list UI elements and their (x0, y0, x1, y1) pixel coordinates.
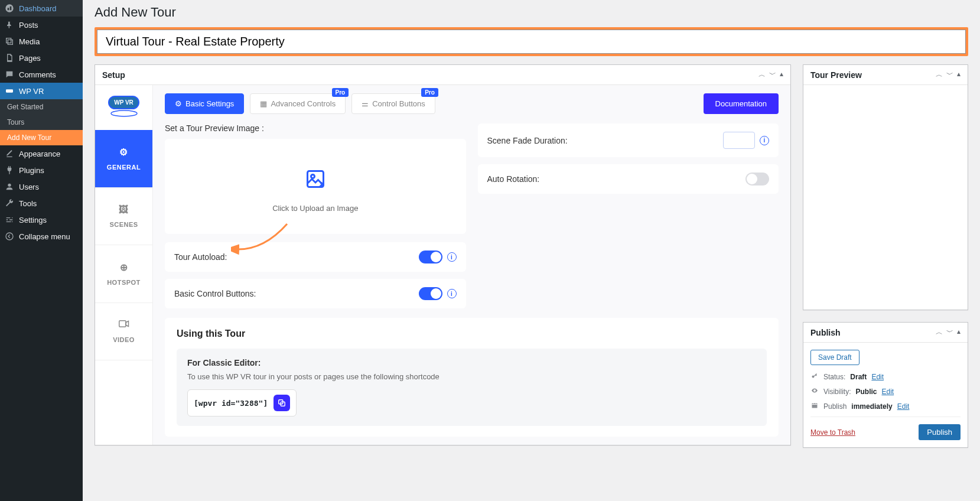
image-icon: 🖼 (119, 204, 129, 215)
sidebar-item-plugins[interactable]: Plugins (0, 162, 83, 178)
sidebar-item-dashboard[interactable]: Dashboard (0, 0, 83, 17)
sidebar-label: Users (19, 183, 39, 191)
collapse-icon (5, 232, 14, 241)
sidebar-label: Plugins (19, 166, 44, 175)
upload-preview-image[interactable]: Click to Upload an Image (165, 139, 466, 234)
info-icon[interactable]: i (760, 136, 769, 145)
sidebar-label: Collapse menu (19, 232, 70, 241)
sidebar-item-wpvr[interactable]: WP VR (0, 83, 83, 99)
vr-icon (5, 86, 14, 96)
sidebar-item-settings[interactable]: Settings (0, 212, 83, 228)
sidebar-item-media[interactable]: Media (0, 33, 83, 50)
shortcode-text: [wpvr id="3288"] (194, 399, 268, 408)
tour-preview-body (803, 85, 968, 310)
sidebar-label: Dashboard (19, 4, 57, 13)
sidebar-item-comments[interactable]: Comments (0, 66, 83, 83)
calendar-icon (810, 402, 819, 411)
gauge-icon (5, 4, 14, 13)
htab-control-buttons[interactable]: ⚌ Control Buttons Pro (351, 93, 435, 114)
sidebar-sub-tours[interactable]: Tours (0, 115, 83, 130)
sidebar-label: Appearance (19, 149, 60, 158)
sidebar-label: Posts (19, 21, 38, 30)
move-to-trash-link[interactable]: Move to Trash (810, 428, 855, 437)
panel-toggle-icon[interactable]: ▴ (957, 327, 961, 337)
htab-advanced-controls[interactable]: ▦ Advanced Controls Pro (250, 93, 346, 114)
panel-move-up-icon[interactable]: ︿ (936, 70, 943, 80)
video-icon (119, 320, 129, 330)
vtab-hotspot[interactable]: ⊕ HOTSPOT (95, 245, 152, 303)
htab-basic-settings[interactable]: ⚙ Basic Settings (165, 93, 244, 114)
comments-icon (5, 70, 14, 79)
brush-icon (5, 149, 14, 158)
sidebar-label: Settings (19, 216, 47, 225)
panel-move-down-icon[interactable]: ﹀ (946, 70, 953, 80)
sidebar-item-posts[interactable]: Posts (0, 17, 83, 33)
edit-publish-time-link[interactable]: Edit (897, 402, 910, 411)
publish-time-label: Publish (823, 402, 846, 411)
wrench-icon (5, 199, 14, 208)
using-tour-title: Using this Tour (177, 328, 767, 339)
sliders-icon: ⚌ (362, 99, 369, 108)
autoload-label: Tour Autoload: (174, 252, 227, 262)
auto-rotation-toggle[interactable] (745, 173, 769, 186)
panel-move-down-icon[interactable]: ﹀ (769, 70, 776, 80)
setup-panel-title: Setup (102, 70, 125, 80)
info-icon[interactable]: i (447, 252, 457, 262)
layout-icon: ▦ (260, 99, 267, 108)
sidebar-item-tools[interactable]: Tools (0, 195, 83, 212)
tour-preview-panel: Tour Preview ︿ ﹀ ▴ (803, 64, 968, 310)
svg-point-2 (6, 233, 13, 240)
key-icon (810, 372, 819, 381)
save-draft-button[interactable]: Save Draft (810, 350, 859, 365)
setup-content: ⚙ Basic Settings ▦ Advanced Controls Pro… (153, 85, 790, 445)
sidebar-label: Pages (19, 54, 41, 63)
vtab-scenes[interactable]: 🖼 SCENES (95, 188, 152, 245)
copy-shortcode-button[interactable] (274, 395, 290, 411)
setup-panel-header: Setup ︿ ﹀ ▴ (95, 65, 790, 85)
fade-duration-label: Scene Fade Duration: (487, 136, 568, 145)
autoload-toggle[interactable] (419, 250, 442, 263)
panel-move-up-icon[interactable]: ︿ (936, 327, 943, 337)
pin-icon (5, 20, 14, 30)
edit-visibility-link[interactable]: Edit (881, 388, 894, 396)
sidebar-item-appearance[interactable]: Appearance (0, 145, 83, 162)
sidebar-submenu: Get Started Tours Add New Tour (0, 99, 83, 145)
vtab-video[interactable]: VIDEO (95, 303, 152, 360)
documentation-button[interactable]: Documentation (704, 93, 779, 114)
fade-duration-input[interactable] (723, 132, 755, 149)
gear-icon: ⚙ (119, 147, 128, 158)
status-value: Draft (850, 373, 867, 381)
sidebar-sub-add-new-tour[interactable]: Add New Tour (0, 130, 83, 145)
status-label: Status: (823, 373, 845, 381)
basic-controls-toggle[interactable] (419, 287, 442, 300)
sidebar-sub-get-started[interactable]: Get Started (0, 99, 83, 115)
sidebar-label: WP VR (19, 87, 44, 96)
svg-point-6 (311, 175, 314, 178)
preview-image-label: Set a Tour Preview Image : (165, 123, 466, 133)
svg-rect-0 (6, 89, 13, 92)
publish-panel: Publish ︿ ﹀ ▴ Save Draft Status: Draft (803, 322, 968, 448)
panel-move-down-icon[interactable]: ﹀ (946, 327, 953, 337)
tour-title-input[interactable] (97, 30, 966, 54)
upload-text: Click to Upload an Image (177, 204, 454, 213)
wpvr-logo: WP VR (95, 85, 152, 130)
publish-time-value: immediately (851, 402, 892, 411)
user-icon (5, 182, 14, 191)
plug-icon (5, 165, 14, 175)
panel-move-up-icon[interactable]: ︿ (758, 70, 766, 80)
image-upload-icon (177, 168, 454, 194)
media-icon (5, 37, 14, 46)
page-title: Add New Tour (95, 0, 968, 27)
main-content: Add New Tour Setup ︿ ﹀ ▴ WP VR (83, 0, 980, 501)
publish-button[interactable]: Publish (919, 424, 961, 440)
svg-point-1 (8, 184, 11, 187)
sidebar-item-users[interactable]: Users (0, 178, 83, 195)
panel-toggle-icon[interactable]: ▴ (957, 70, 961, 80)
pro-badge: Pro (421, 88, 438, 97)
vtab-general[interactable]: ⚙ GENERAL (95, 130, 152, 188)
sidebar-item-pages[interactable]: Pages (0, 50, 83, 66)
edit-status-link[interactable]: Edit (871, 373, 884, 381)
panel-toggle-icon[interactable]: ▴ (780, 70, 783, 80)
sidebar-item-collapse[interactable]: Collapse menu (0, 228, 83, 245)
info-icon[interactable]: i (447, 289, 457, 298)
